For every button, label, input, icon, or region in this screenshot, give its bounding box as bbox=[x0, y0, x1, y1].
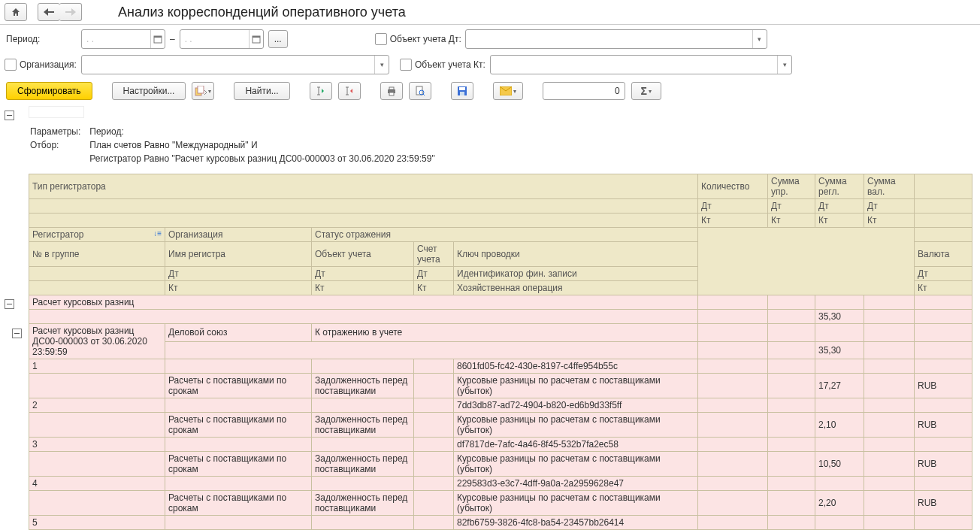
col-regname: Имя регистра bbox=[165, 242, 312, 267]
data-row[interactable]: 4229583d3-e3c7-4dff-9a0a-2a2959628e47 bbox=[29, 477, 972, 491]
arrow-left-icon bbox=[44, 8, 54, 16]
obj-kt-label: Объект учета Кт: bbox=[415, 59, 490, 70]
col-filler bbox=[915, 174, 972, 199]
params-value: Период: bbox=[89, 126, 442, 138]
col-oper: Хозяйственная операция bbox=[454, 281, 698, 295]
obj-dt-checkbox[interactable] bbox=[375, 33, 387, 45]
col-object: Объект учета bbox=[312, 242, 414, 267]
svg-rect-8 bbox=[389, 92, 394, 95]
filter-line-2: Регистратор Равно "Расчет курсовых разни… bbox=[89, 153, 442, 165]
data-row[interactable]: 3df7817de-7afc-4a46-8f45-532b7fa2ec58 bbox=[29, 438, 972, 452]
report-params: Параметры:Период: Отбор:План счетов Равн… bbox=[29, 121, 444, 174]
home-button[interactable] bbox=[5, 3, 27, 21]
org-checkbox[interactable] bbox=[5, 59, 17, 71]
sort-icon: ↓≡ bbox=[153, 229, 162, 238]
col-acct: Счет учета bbox=[414, 242, 454, 267]
data-row[interactable]: 582fb6759-3826-4fc8-ba54-23457bb26414 bbox=[29, 516, 972, 530]
print-button[interactable] bbox=[380, 82, 403, 100]
col-sum-val: Сумма вал. bbox=[864, 174, 915, 199]
chevron-down-icon[interactable]: ▾ bbox=[374, 56, 389, 74]
svg-rect-13 bbox=[460, 92, 464, 95]
col-qty: Количество bbox=[698, 174, 768, 199]
group-row[interactable]: Расчет курсовых разниц bbox=[29, 295, 972, 310]
save-button[interactable] bbox=[451, 82, 473, 100]
obj-kt-input[interactable]: ▾ bbox=[490, 55, 792, 74]
copy-icon bbox=[195, 86, 207, 96]
obj-dt-input[interactable]: ▾ bbox=[465, 29, 767, 49]
col-status: Статус отражения bbox=[312, 228, 698, 242]
period-choose-button[interactable]: ... bbox=[268, 30, 288, 48]
collapse-node[interactable] bbox=[5, 299, 14, 309]
col-sum-reg: Сумма регл. bbox=[815, 174, 864, 199]
calendar-icon[interactable] bbox=[150, 30, 165, 48]
col-group-num: № в группе bbox=[29, 242, 165, 267]
params-label: Параметры: bbox=[30, 126, 88, 138]
arrow-right-icon bbox=[65, 8, 76, 16]
find-button[interactable]: Найти... bbox=[234, 82, 289, 100]
period-dash: – bbox=[170, 34, 175, 44]
report-body: Параметры:Период: Отбор:План счетов Равн… bbox=[29, 106, 980, 530]
collapse-icon bbox=[344, 86, 355, 96]
svg-rect-7 bbox=[389, 87, 394, 89]
preview-button[interactable] bbox=[409, 82, 431, 100]
sum-button[interactable]: Σ ▾ bbox=[631, 82, 661, 100]
col-currency: Валюта bbox=[915, 242, 972, 267]
doc-cell: Расчет курсовых разниц ДС00-000003 от 30… bbox=[29, 324, 165, 359]
back-button[interactable] bbox=[38, 3, 60, 21]
filter-label: Отбор: bbox=[30, 139, 88, 151]
top-nav: Анализ корреспонденций оперативного учет… bbox=[0, 0, 980, 25]
org-label: Организация: bbox=[20, 59, 81, 70]
page-title: Анализ корреспонденций оперативного учет… bbox=[118, 5, 406, 20]
period-from-input[interactable]: . . bbox=[81, 29, 165, 49]
report-grid: Тип регистратора Количество Сумма упр. С… bbox=[29, 174, 972, 530]
col-key: Ключ проводки bbox=[454, 242, 698, 267]
col-finid: Идентификатор фин. записи bbox=[454, 267, 698, 281]
col-registrator[interactable]: Регистратор↓≡ bbox=[29, 228, 165, 242]
svg-rect-1 bbox=[154, 36, 162, 38]
obj-dt-label: Объект учета Дт: bbox=[390, 34, 465, 44]
doc-row[interactable]: Расчет курсовых разниц ДС00-000003 от 30… bbox=[29, 324, 972, 342]
collapse-node[interactable] bbox=[12, 329, 22, 338]
sigma-icon: Σ bbox=[640, 85, 646, 97]
chevron-down-icon[interactable]: ▾ bbox=[777, 56, 791, 74]
outline-gutter bbox=[3, 106, 29, 340]
home-icon bbox=[11, 7, 21, 17]
printer-icon bbox=[386, 86, 397, 96]
filters-panel: Период: . . – . . ... Объект учета Дт: ▾ bbox=[0, 25, 980, 82]
col-reg-type: Тип регистратора bbox=[29, 174, 698, 199]
obj-kt-checkbox[interactable] bbox=[400, 59, 412, 71]
col-org: Организация bbox=[165, 228, 312, 242]
toolbar: Сформировать Настройки... ▾ Найти... ▾ 0… bbox=[0, 82, 980, 106]
data-row[interactable]: 18601fd05-fc42-430e-8197-c4ffe954b55c bbox=[29, 359, 972, 374]
period-label: Период: bbox=[6, 34, 81, 44]
document-search-icon bbox=[415, 86, 425, 96]
col-sum-upr: Сумма упр. bbox=[768, 174, 815, 199]
selection-marker bbox=[29, 106, 84, 118]
generate-button[interactable]: Сформировать bbox=[6, 82, 92, 100]
filter-line-1: План счетов Равно "Международный" И bbox=[89, 139, 442, 151]
settings-button[interactable]: Настройки... bbox=[112, 82, 186, 100]
svg-rect-3 bbox=[253, 36, 260, 38]
number-input[interactable]: 0 bbox=[543, 82, 625, 100]
org-input[interactable]: ▾ bbox=[81, 55, 389, 74]
period-to-input[interactable]: . . bbox=[180, 29, 264, 49]
send-button[interactable]: ▾ bbox=[493, 82, 523, 100]
expand-groups-button[interactable] bbox=[310, 82, 332, 100]
data-row[interactable]: 27dd3db87-ad72-4904-b820-ed6b9d33f5ff bbox=[29, 398, 972, 413]
diskette-icon bbox=[457, 86, 467, 96]
settings-variants-button[interactable]: ▾ bbox=[192, 82, 214, 100]
calendar-icon[interactable] bbox=[249, 30, 263, 48]
forward-button[interactable] bbox=[59, 3, 82, 21]
envelope-icon bbox=[500, 86, 512, 95]
collapse-groups-button[interactable] bbox=[338, 82, 361, 100]
chevron-down-icon[interactable]: ▾ bbox=[752, 30, 767, 48]
svg-rect-12 bbox=[459, 87, 465, 90]
svg-rect-5 bbox=[198, 86, 204, 93]
expand-icon bbox=[316, 86, 326, 96]
collapse-node[interactable] bbox=[5, 111, 14, 120]
